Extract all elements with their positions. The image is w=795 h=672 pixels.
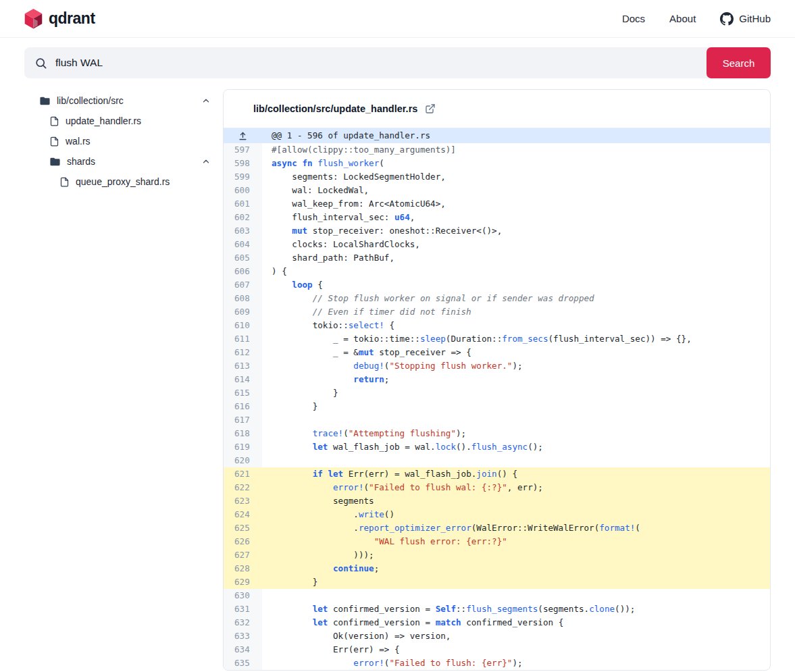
qdrant-logo[interactable]: qdrant [24,9,95,29]
line-number: 620 [224,454,262,467]
line-number: 615 [224,386,262,400]
sidebar-item-lib-collection-src[interactable]: lib/collection/src [24,91,215,111]
line-number: 622 [224,481,262,494]
code-line-632: 632 let confirmed_version = match confir… [224,616,770,629]
line-number: 619 [224,440,262,454]
line-number: 599 [224,170,262,184]
expand-up-button[interactable] [224,128,262,143]
line-number: 634 [224,643,262,656]
line-number: 627 [224,548,262,562]
code-line-611: 611 _ = tokio::time::sleep(Duration::fro… [224,332,770,346]
chevron-up-icon[interactable] [201,157,211,166]
nav-github[interactable]: GitHub [720,12,771,26]
line-number: 613 [224,359,262,373]
code-line-text: ) { [262,265,770,278]
hunk-header: @@ 1 - 596 of update_handler.rs [262,128,770,143]
code-line-text: Ok(version) => version, [262,629,770,643]
search-button[interactable]: Search [707,47,771,78]
chevron-up-icon[interactable] [201,96,211,105]
code-line-607: 607 loop { [224,278,770,292]
sidebar-item-wal-rs[interactable]: wal.rs [24,131,215,151]
code-line-text: clocks: LocalShardClocks, [262,238,770,251]
code-line-629: 629 } [224,575,770,589]
code-line-612: 612 _ = &mut stop_receiver => { [224,346,770,359]
line-number: 625 [224,521,262,535]
code-line-613: 613 debug!("Stopping flush worker."); [224,359,770,373]
code-line-text: shard_path: PathBuf, [262,251,770,265]
code-line-631: 631 let confirmed_version = Self::flush_… [224,602,770,616]
code-line-text: wal: LockedWal, [262,184,770,197]
code-line-text [262,413,770,427]
code-line-text: _ = tokio::time::sleep(Duration::from_se… [262,332,770,346]
code-line-text: error!("Failed to flush: {err}"); [262,656,770,670]
code-line-text: let confirmed_version = Self::flush_segm… [262,602,770,616]
code-line-text [262,454,770,467]
line-number: 628 [224,562,262,575]
line-number: 614 [224,373,262,386]
code-line-text: if let Err(err) = wal_flash_job.join() { [262,467,770,481]
line-number: 601 [224,197,262,211]
code-line-628: 628 continue; [224,562,770,575]
code-line-text: // Even if timer did not finish [262,305,770,319]
file-icon [49,136,59,147]
code-line-633: 633 Ok(version) => version, [224,629,770,643]
line-number: 631 [224,602,262,616]
code-line-599: 599 segments: LockedSegmentHolder, [224,170,770,184]
line-number: 616 [224,400,262,413]
code-line-600: 600 wal: LockedWal, [224,184,770,197]
qdrant-logo-icon [24,9,43,29]
nav-about[interactable]: About [669,13,696,24]
code-line-text: .report_optimizer_error(WalError::WriteW… [262,521,770,535]
github-label: GitHub [739,13,771,24]
code-line-text: Err(err) => { [262,643,770,656]
sidebar-item-queue-proxy-shard-rs[interactable]: queue_proxy_shard.rs [24,172,215,192]
code-line-598: 598async fn flush_worker( [224,157,770,170]
sidebar-item-update-handler-rs[interactable]: update_handler.rs [24,111,215,131]
line-number: 626 [224,535,262,548]
sidebar-item-shards[interactable]: shards [24,151,215,172]
code-line-text: wal_keep_from: Arc<AtomicU64>, [262,197,770,211]
expand-up-icon [238,131,248,141]
code-line-text: .write() [262,508,770,521]
search-input[interactable] [47,57,707,69]
line-number: 603 [224,224,262,238]
code-line-617: 617 [224,413,770,427]
code-line-602: 602 flush_interval_sec: u64, [224,211,770,224]
code-line-608: 608 // Stop flush worker on signal or if… [224,292,770,305]
code-line-text: let wal_flash_job = wal.lock().flush_asy… [262,440,770,454]
code-line-630: 630 [224,589,770,602]
sidebar-item-label: wal.rs [66,136,91,147]
file-tree: lib/collection/srcupdate_handler.rswal.r… [24,89,215,192]
result-header: lib/collection/src/update_handler.rs [224,90,770,128]
file-icon [49,116,59,126]
external-link-icon[interactable] [425,103,436,114]
file-icon [59,177,70,187]
code-line-text: "WAL flush error: {err:?}" [262,535,770,548]
code-line-text: #[allow(clippy::too_many_arguments)] [262,143,770,157]
code-line-624: 624 .write() [224,508,770,521]
line-number: 602 [224,211,262,224]
code-line-627: 627 ))); [224,548,770,562]
code-line-634: 634 Err(err) => { [224,643,770,656]
code-line-626: 626 "WAL flush error: {err:?}" [224,535,770,548]
search-bar: Search [24,47,771,78]
search-icon [34,57,47,70]
line-number: 609 [224,305,262,319]
nav-docs[interactable]: Docs [622,13,645,24]
line-number: 633 [224,629,262,643]
code-line-text: error!("Failed to flush wal: {:?}", err)… [262,481,770,494]
code-line-621: 621 if let Err(err) = wal_flash_job.join… [224,467,770,481]
code-line-597: 597#[allow(clippy::too_many_arguments)] [224,143,770,157]
line-number: 621 [224,467,262,481]
code-line-603: 603 mut stop_receiver: oneshot::Receiver… [224,224,770,238]
line-number: 610 [224,319,262,332]
code-line-text: _ = &mut stop_receiver => { [262,346,770,359]
code-line-text: flush_interval_sec: u64, [262,211,770,224]
line-number: 607 [224,278,262,292]
code-line-text: // Stop flush worker on signal or if sen… [262,292,770,305]
line-number: 605 [224,251,262,265]
code-line-604: 604 clocks: LocalShardClocks, [224,238,770,251]
line-number: 624 [224,508,262,521]
code-line-text: debug!("Stopping flush worker."); [262,359,770,373]
code-line-text: tokio::select! { [262,319,770,332]
